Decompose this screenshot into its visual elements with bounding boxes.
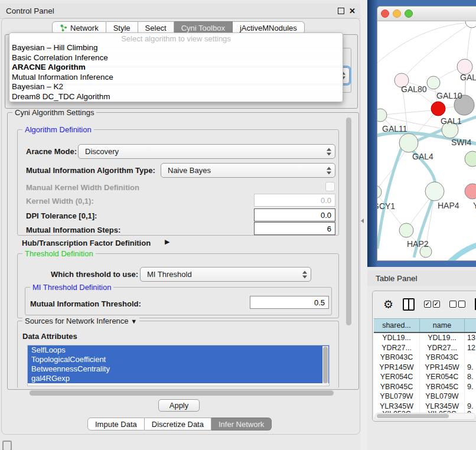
sources-group: Sources for Network Inference ▼ Data Att… (17, 321, 339, 388)
data-attributes-list: SelfLoops TopologicalCoefficient Between… (27, 345, 330, 386)
sources-group-title[interactable]: Sources for Network Inference ▼ (22, 317, 139, 325)
aracne-mode-combobox[interactable]: Discovery (78, 144, 335, 159)
list-item[interactable]: gal4RGexp (28, 374, 329, 383)
node[interactable] (465, 151, 476, 167)
list-scrollbar[interactable] (322, 346, 328, 385)
kernel-width-field[interactable] (254, 194, 335, 207)
node-label: SWI4 (451, 138, 471, 147)
manual-kernel-checkbox[interactable] (325, 182, 335, 191)
tab-network-label: Network (70, 24, 99, 32)
mac-minimize-button[interactable] (393, 9, 401, 18)
popup-item[interactable]: Dream8 DC_TDC Algorithm (9, 92, 343, 102)
node-hap2[interactable] (399, 223, 413, 237)
tab-impute-data[interactable]: Impute Data (87, 418, 145, 431)
table-row[interactable]: YPR145WYPR145W9. (374, 363, 476, 373)
network-canvas[interactable]: GAL GAL80 GAL10 GAL1 GAL11 SWI4 GAL4 GCY… (377, 21, 476, 261)
minimized-panel-icon[interactable] (2, 441, 12, 450)
node-label: GAL4 (412, 152, 433, 161)
mac-zoom-button[interactable] (405, 9, 413, 18)
cell: YPR145W (420, 363, 465, 373)
network-tab-icon (60, 24, 67, 32)
cell (465, 392, 476, 402)
close-panel-icon[interactable]: ✕ (349, 8, 356, 14)
mi-threshold-label: Mutual Information Threshold: (30, 299, 141, 308)
mi-threshold-group: MI Threshold Definition Mutual Informati… (25, 287, 332, 315)
popup-item[interactable]: Mutual Information Inference (9, 73, 343, 83)
split-columns-icon[interactable] (403, 298, 415, 311)
clear-checks-icon[interactable] (449, 301, 465, 308)
column-header[interactable]: A (465, 319, 476, 332)
table-row[interactable]: YBR043CYBR043C (374, 353, 476, 363)
node-gcy1[interactable] (377, 185, 382, 198)
node-label: GCY1 (377, 201, 395, 211)
node-gal4[interactable] (399, 133, 418, 152)
hub-definition-expander-label[interactable]: Hub/Transcription Factor Definition (22, 239, 151, 247)
popup-item-selected[interactable]: ARACNE Algorithm (9, 63, 343, 73)
dpi-tolerance-field[interactable] (254, 208, 335, 221)
table-row[interactable]: YDL19...YDL19...13 (374, 333, 476, 343)
panel-divider[interactable] (360, 0, 367, 450)
table-row[interactable]: YLR345WYLR345W9. (374, 402, 476, 412)
node-gal1[interactable] (431, 102, 445, 116)
column-header[interactable]: name (420, 319, 465, 332)
popup-item[interactable]: Bayesian – Hill Climbing (9, 43, 343, 53)
table-horizontal-scrollbar[interactable] (375, 413, 475, 420)
threshold-definition-group: Threshold Definition Which threshold to … (17, 253, 339, 318)
mac-close-button[interactable] (381, 9, 389, 18)
algorithm-dropdown-popup: Select algorithm to view settings Bayesi… (9, 32, 343, 102)
node-table: shared... name A YDL19...YDL19...13 YDR2… (374, 318, 476, 417)
combo-arrows-icon (302, 270, 308, 278)
gear-icon[interactable]: ⚙ (383, 298, 393, 310)
node-gal11[interactable] (377, 109, 387, 122)
collapse-left-icon[interactable] (361, 219, 364, 223)
tab-infer-network[interactable]: Infer Network (211, 418, 272, 431)
aracne-mode-label: Aracne Mode: (26, 147, 77, 156)
select-all-checks-icon[interactable]: ✓ ✓ (424, 301, 440, 308)
list-item[interactable]: TopologicalCoefficient (28, 355, 329, 364)
network-desktop: GAL GAL80 GAL10 GAL1 GAL11 SWI4 GAL4 GCY… (367, 0, 476, 267)
settings-horizontal-scrollbar[interactable] (30, 390, 334, 396)
tab-discretize-data[interactable]: Discretize Data (145, 418, 211, 431)
apply-button[interactable]: Apply (158, 399, 200, 412)
expand-right-icon[interactable]: ▶ (165, 238, 169, 246)
combo-arrows-icon (326, 167, 332, 174)
cell: YBR043C (420, 353, 465, 363)
table-toolbar: ⚙ ✓ ✓ (373, 291, 476, 317)
mi-steps-label: Mutual Information Steps: (26, 226, 120, 234)
node-label: GAL80 (401, 84, 427, 94)
unchecked-box-icon (449, 301, 457, 308)
which-threshold-combobox[interactable]: MI Threshold (140, 267, 311, 282)
control-panel-title: Control Panel (6, 6, 54, 15)
settings-group-title: Cyni Algorithm Settings (12, 108, 96, 117)
node-hap4[interactable] (425, 182, 444, 201)
mi-threshold-field[interactable] (250, 296, 329, 309)
column-header[interactable]: shared... (374, 319, 420, 332)
node-label: GAL10 (436, 91, 462, 100)
checked-box-icon: ✓ (433, 301, 440, 308)
cell: YDR27... (420, 343, 465, 353)
cell: 9. (465, 382, 476, 392)
float-panel-icon[interactable] (338, 8, 344, 14)
mi-type-combobox[interactable]: Naive Bayes (161, 163, 335, 178)
table-row[interactable]: YBR045CYBR045C9. (374, 382, 476, 392)
popup-item[interactable]: Basic Correlation Inference (9, 53, 343, 63)
mi-type-value: Naive Bayes (168, 166, 211, 175)
mi-steps-field[interactable] (254, 222, 335, 235)
list-item[interactable]: SelfLoops (28, 345, 329, 355)
cell: YBR045C (420, 382, 465, 392)
node-salmon[interactable] (465, 184, 476, 199)
table-row[interactable]: YBL079WYBL079W (374, 392, 476, 402)
cell: YDL19... (374, 333, 420, 343)
combo-arrows-icon (326, 148, 332, 155)
cell: YBL079W (420, 392, 465, 402)
popup-item[interactable]: Bayesian – K2 (9, 82, 343, 92)
node-label: GAL (460, 73, 476, 82)
settings-vertical-scrollbar[interactable] (345, 116, 353, 387)
list-item[interactable]: BetweennessCentrality (28, 364, 329, 374)
unchecked-box-icon (458, 301, 465, 308)
table-row[interactable]: YER054CYER054C8. (374, 372, 476, 382)
table-row[interactable]: YDR27...YDR27...12 (374, 343, 476, 353)
cell: YBR045C (374, 382, 420, 392)
node[interactable] (465, 21, 476, 28)
node-gal10[interactable] (427, 76, 440, 89)
